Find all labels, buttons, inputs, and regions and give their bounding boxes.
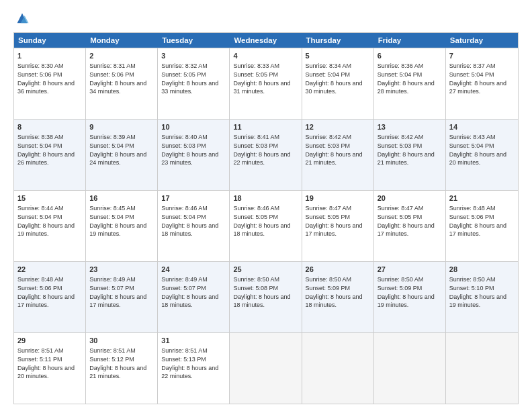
cal-cell: 13Sunrise: 8:42 AMSunset: 5:03 PMDayligh… — [374, 120, 446, 190]
day-number: 29 — [17, 336, 82, 346]
sunrise-label: Sunrise: 8:48 AM — [449, 205, 496, 212]
header-day-saturday: Saturday — [446, 33, 518, 48]
cal-cell: 11Sunrise: 8:41 AMSunset: 5:03 PMDayligh… — [230, 120, 302, 190]
week-row-4: 22Sunrise: 8:48 AMSunset: 5:06 PMDayligh… — [14, 261, 518, 332]
daylight-label: Daylight: 8 hours and 18 minutes. — [233, 222, 290, 238]
sunset-label: Sunset: 5:09 PM — [378, 285, 423, 291]
sunrise-label: Sunrise: 8:50 AM — [233, 276, 279, 283]
week-row-2: 8Sunrise: 8:38 AMSunset: 5:04 PMDaylight… — [14, 119, 518, 190]
daylight-label: Daylight: 8 hours and 27 minutes. — [449, 80, 506, 95]
cal-cell — [374, 333, 446, 404]
sunset-label: Sunset: 5:03 PM — [306, 142, 351, 149]
header-day-wednesday: Wednesday — [230, 33, 302, 48]
sunrise-label: Sunrise: 8:44 AM — [17, 205, 64, 212]
day-number: 27 — [378, 265, 442, 275]
sunrise-label: Sunrise: 8:33 AM — [233, 62, 279, 69]
sunrise-label: Sunrise: 8:32 AM — [161, 62, 208, 69]
day-number: 14 — [449, 122, 515, 132]
sunset-label: Sunset: 5:06 PM — [449, 214, 494, 220]
sunrise-label: Sunrise: 8:49 AM — [161, 276, 208, 283]
cal-cell: 28Sunrise: 8:50 AMSunset: 5:10 PMDayligh… — [446, 262, 518, 332]
sunset-label: Sunset: 5:05 PM — [161, 71, 206, 78]
sunrise-label: Sunrise: 8:39 AM — [89, 134, 136, 140]
cal-cell: 25Sunrise: 8:50 AMSunset: 5:08 PMDayligh… — [230, 262, 302, 332]
daylight-label: Daylight: 8 hours and 19 minutes. — [378, 293, 435, 309]
sunset-label: Sunset: 5:04 PM — [17, 214, 62, 220]
cal-cell: 14Sunrise: 8:43 AMSunset: 5:04 PMDayligh… — [446, 120, 518, 190]
sunset-label: Sunset: 5:12 PM — [89, 356, 134, 363]
sunset-label: Sunset: 5:04 PM — [161, 214, 206, 220]
day-number: 3 — [161, 51, 226, 61]
cal-cell: 4Sunrise: 8:33 AMSunset: 5:05 PMDaylight… — [230, 48, 302, 119]
cal-cell: 3Sunrise: 8:32 AMSunset: 5:05 PMDaylight… — [158, 48, 230, 119]
sunrise-label: Sunrise: 8:50 AM — [306, 276, 352, 283]
cal-cell: 18Sunrise: 8:46 AMSunset: 5:05 PMDayligh… — [230, 191, 302, 261]
sunrise-label: Sunrise: 8:48 AM — [17, 276, 64, 283]
cal-cell: 20Sunrise: 8:47 AMSunset: 5:05 PMDayligh… — [374, 191, 446, 261]
cal-cell: 22Sunrise: 8:48 AMSunset: 5:06 PMDayligh… — [14, 262, 86, 332]
header-day-tuesday: Tuesday — [158, 33, 230, 48]
daylight-label: Daylight: 8 hours and 34 minutes. — [89, 80, 146, 95]
sunset-label: Sunset: 5:04 PM — [449, 71, 494, 78]
daylight-label: Daylight: 8 hours and 18 minutes. — [306, 293, 363, 309]
day-number: 28 — [449, 265, 515, 275]
sunset-label: Sunset: 5:10 PM — [449, 285, 494, 291]
cal-cell: 15Sunrise: 8:44 AMSunset: 5:04 PMDayligh… — [14, 191, 86, 261]
cal-cell: 21Sunrise: 8:48 AMSunset: 5:06 PMDayligh… — [446, 191, 518, 261]
daylight-label: Daylight: 8 hours and 30 minutes. — [306, 80, 363, 95]
daylight-label: Daylight: 8 hours and 17 minutes. — [306, 222, 363, 238]
sunrise-label: Sunrise: 8:30 AM — [17, 62, 64, 69]
sunrise-label: Sunrise: 8:51 AM — [17, 347, 64, 354]
header-day-monday: Monday — [86, 33, 158, 48]
cal-cell: 2Sunrise: 8:31 AMSunset: 5:06 PMDaylight… — [86, 48, 158, 119]
cal-cell — [302, 333, 374, 404]
cal-cell: 1Sunrise: 8:30 AMSunset: 5:06 PMDaylight… — [14, 48, 86, 119]
sunset-label: Sunset: 5:04 PM — [17, 142, 62, 149]
day-number: 4 — [233, 51, 298, 61]
sunrise-label: Sunrise: 8:38 AM — [17, 134, 64, 140]
daylight-label: Daylight: 8 hours and 24 minutes. — [89, 151, 146, 167]
sunrise-label: Sunrise: 8:50 AM — [378, 276, 424, 283]
day-number: 30 — [89, 336, 154, 346]
day-number: 6 — [378, 51, 442, 61]
day-number: 21 — [449, 193, 515, 203]
daylight-label: Daylight: 8 hours and 18 minutes. — [233, 293, 290, 309]
cal-cell: 8Sunrise: 8:38 AMSunset: 5:04 PMDaylight… — [14, 120, 86, 190]
cal-cell: 24Sunrise: 8:49 AMSunset: 5:07 PMDayligh… — [158, 262, 230, 332]
day-number: 8 — [17, 122, 82, 132]
daylight-label: Daylight: 8 hours and 21 minutes. — [306, 151, 363, 167]
cal-cell: 16Sunrise: 8:45 AMSunset: 5:04 PMDayligh… — [86, 191, 158, 261]
sunset-label: Sunset: 5:06 PM — [89, 71, 134, 78]
cal-cell: 31Sunrise: 8:51 AMSunset: 5:13 PMDayligh… — [158, 333, 230, 404]
sunrise-label: Sunrise: 8:45 AM — [89, 205, 136, 212]
daylight-label: Daylight: 8 hours and 18 minutes. — [161, 222, 218, 238]
sunset-label: Sunset: 5:06 PM — [17, 71, 62, 78]
day-number: 13 — [378, 122, 442, 132]
sunset-label: Sunset: 5:04 PM — [306, 71, 351, 78]
sunrise-label: Sunrise: 8:37 AM — [449, 62, 496, 69]
week-row-3: 15Sunrise: 8:44 AMSunset: 5:04 PMDayligh… — [14, 190, 518, 261]
sunset-label: Sunset: 5:05 PM — [378, 214, 423, 220]
daylight-label: Daylight: 8 hours and 31 minutes. — [233, 80, 290, 95]
day-number: 11 — [233, 122, 298, 132]
day-number: 24 — [161, 265, 226, 275]
cal-cell: 30Sunrise: 8:51 AMSunset: 5:12 PMDayligh… — [86, 333, 158, 404]
sunset-label: Sunset: 5:05 PM — [233, 214, 278, 220]
sunset-label: Sunset: 5:04 PM — [378, 71, 423, 78]
daylight-label: Daylight: 8 hours and 19 minutes. — [89, 222, 146, 238]
daylight-label: Daylight: 8 hours and 33 minutes. — [161, 80, 218, 95]
day-number: 12 — [306, 122, 370, 132]
daylight-label: Daylight: 8 hours and 36 minutes. — [17, 80, 75, 95]
day-number: 5 — [306, 51, 370, 61]
header-day-sunday: Sunday — [14, 33, 86, 48]
day-number: 31 — [161, 336, 226, 346]
sunrise-label: Sunrise: 8:36 AM — [378, 62, 424, 69]
sunrise-label: Sunrise: 8:42 AM — [306, 134, 352, 140]
sunset-label: Sunset: 5:05 PM — [306, 214, 351, 220]
daylight-label: Daylight: 8 hours and 20 minutes. — [449, 151, 506, 167]
sunrise-label: Sunrise: 8:46 AM — [233, 205, 279, 212]
day-number: 9 — [89, 122, 154, 132]
daylight-label: Daylight: 8 hours and 21 minutes. — [89, 365, 146, 380]
sunset-label: Sunset: 5:13 PM — [161, 356, 206, 363]
day-number: 15 — [17, 193, 82, 203]
